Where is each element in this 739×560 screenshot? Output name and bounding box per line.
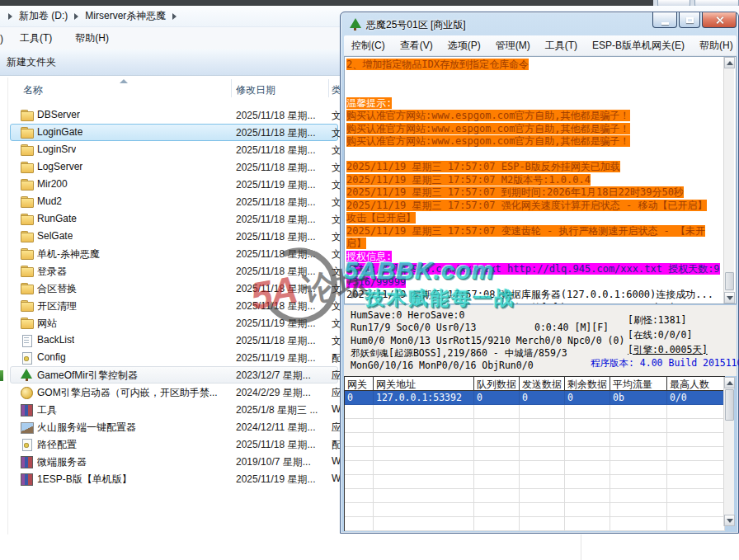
breadcrumb-arrow-icon[interactable] [172, 13, 177, 20]
log-line: 2025/11/19 星期三 17:57:07 强化网关速度计算开启状态 - 移… [346, 200, 723, 225]
maximize-button[interactable] [679, 12, 700, 28]
gateway-cell [345, 517, 374, 531]
file-modified-date: 2023/12/7 星期... [236, 369, 311, 383]
file-name: Mud2 [37, 195, 62, 207]
file-row[interactable]: BackList 2025/11/18 星期... 文 [0, 332, 340, 349]
file-name: 工具 [37, 403, 57, 417]
file-row[interactable]: 网站 2025/11/19 星期... 文 [0, 314, 340, 332]
gateway-column-header[interactable]: 网关地址 [374, 377, 474, 391]
file-name: LoginGate [37, 126, 82, 138]
log-area[interactable]: 2、增加指定物品IDX存放到指定仓库命令温馨提示:购买认准官方网站:www.es… [344, 56, 737, 304]
scroll-down-button[interactable] [724, 515, 735, 526]
rar-icon [20, 473, 33, 485]
file-row[interactable]: DBServer 2025/11/18 星期... 文 [0, 106, 340, 124]
rar-icon [20, 455, 33, 468]
new-folder-button[interactable]: 新建文件夹 [0, 52, 63, 73]
file-row[interactable]: LoginGate 2025/11/18 星期... 文 [0, 124, 340, 141]
breadcrumb-arrow-icon[interactable] [74, 13, 78, 20]
file-row[interactable]: 1ESP-B版【单机版】 2025/11/19 星期... W [0, 470, 340, 487]
gateway-cell [610, 419, 667, 433]
column-separator[interactable] [231, 79, 232, 97]
file-row[interactable]: 微端服务器 2019/10/7 星期... W [0, 453, 340, 470]
file-row[interactable]: 工具 2025/1/8 星期三 ... W [0, 401, 340, 418]
gateway-cell [667, 517, 725, 531]
file-row[interactable]: RunGate 2025/11/18 星期... 文 [0, 210, 340, 228]
scroll-up-button[interactable] [724, 377, 735, 388]
gateway-cell [374, 433, 474, 447]
file-row[interactable]: GameOfMir引擎控制器 2023/12/7 星期... 应 [0, 366, 340, 384]
app-titlebar[interactable]: 恶魔25号01区 [商业版] [341, 12, 738, 35]
app-menu-item[interactable]: 帮助(H) [692, 35, 739, 56]
table-scrollbar[interactable] [723, 377, 734, 526]
gateway-column-header[interactable]: 发送数据 [520, 377, 565, 391]
log-scrollbar[interactable] [723, 57, 734, 304]
gateway-column-header[interactable]: 队列数据 [474, 377, 520, 391]
log-line: http://dlq.945.com/xxx.txt http://dlq.94… [346, 263, 723, 289]
scrollbar-thumb[interactable] [725, 389, 734, 421]
gateway-cell [565, 517, 610, 531]
app-menu-item[interactable]: 工具(T) [538, 35, 585, 56]
scroll-down-button[interactable] [724, 292, 735, 304]
gateway-column-header[interactable]: 网关 [345, 377, 374, 391]
log-line: 购买认准官方网站:www.espgom.com官方自助,其他都是骗子！ [346, 123, 723, 136]
app-menu-item[interactable]: 控制(C) [344, 35, 393, 56]
breadcrumb-item-folder[interactable]: Mirserver杀神恶魔 [80, 9, 171, 23]
gateway-cell [565, 489, 610, 503]
gateway-column-header[interactable]: 剩余数据 [565, 377, 610, 391]
scroll-up-button[interactable] [724, 57, 735, 68]
file-row[interactable]: Mud2 2025/11/18 星期... 文 [0, 193, 340, 210]
column-header-modified[interactable]: 修改日期 [236, 83, 275, 97]
gateway-cell [520, 475, 565, 489]
file-row[interactable]: LoginSrv 2025/11/18 星期... 文 [0, 141, 340, 158]
details-pane-divider [581, 534, 581, 560]
gateway-cell [345, 503, 374, 517]
file-row[interactable]: 路径配置 2025/11/18 星期... 配 [0, 435, 340, 453]
explorer-menu-item[interactable]: 帮助(H) [64, 28, 120, 49]
file-row[interactable]: Config 2025/11/19 星期... 配 [0, 349, 340, 366]
log-line: 2025/11/19 星期三 17:57:10 游戏网关[0](127.0.0.… [346, 302, 723, 305]
gateway-cell [345, 405, 374, 419]
gateway-cell [474, 489, 520, 503]
column-header-name[interactable]: 名称 [23, 83, 43, 97]
gateway-cell [520, 433, 565, 447]
file-row[interactable]: Mir200 2025/11/19 星期... 文 [0, 176, 340, 193]
gateway-cell [345, 419, 374, 433]
folder-icon [20, 230, 33, 242]
gateway-cell [667, 419, 725, 433]
close-button[interactable] [702, 12, 737, 28]
gateway-column-header[interactable]: 最高人数 [667, 377, 725, 391]
app-menu-item[interactable]: ESP-B版单机网关(E) [585, 35, 692, 56]
app-menu-item[interactable]: 选项(P) [440, 35, 488, 56]
file-row[interactable]: 火山服务端一键配置器 2024/12/11 星期... 应 [0, 418, 340, 435]
program-version: 程序版本: 4.00 Build 20151104 [591, 357, 739, 369]
server-counters: HumSave:0 HeroSave:0 Run17/9 Soc0/0 Usr0… [351, 309, 624, 372]
scrollbar-thumb[interactable] [725, 272, 734, 290]
gateway-row[interactable]: 0127.0.0.1:533920000b0/0 [345, 391, 725, 405]
engine-days-link[interactable]: [引擎:0.0005天] [628, 342, 708, 357]
gateway-cell [520, 489, 565, 503]
file-row[interactable]: 合区替换 2025/11/18 星期... 文 [0, 280, 340, 297]
minimize-button[interactable] [652, 12, 677, 28]
breadcrumb-item-drive[interactable]: 新加卷 (D:) [14, 9, 73, 23]
file-row[interactable]: LogServer 2025/11/18 星期... 文 [0, 158, 340, 176]
file-row[interactable]: GOM引擎启动器（可内嵌，开区助手禁... 2024/2/29 星期... 应 [0, 384, 340, 401]
explorer-menu-item[interactable]: 工具(T) [8, 28, 64, 49]
app-title: 恶魔25号01区 [商业版] [366, 18, 466, 32]
explorer-top-strip [0, 0, 653, 6]
breadcrumb-arrow-icon[interactable] [8, 13, 12, 20]
column-separator[interactable] [328, 79, 329, 97]
file-row[interactable]: 单机-杀神恶魔 2025/11/18 星期... 文 [0, 245, 340, 262]
gateway-cell [374, 447, 474, 461]
file-row[interactable]: 开区清理 2025/11/18 星期... 文 [0, 297, 340, 314]
sort-ascending-icon[interactable] [120, 79, 128, 83]
app-menu-item[interactable]: 管理(M) [488, 35, 538, 56]
gateway-empty-row [345, 517, 725, 531]
file-row[interactable]: 登录器 2025/11/18 星期... 文 [0, 262, 340, 280]
gateway-column-header[interactable]: 平均流量 [610, 377, 667, 391]
gateway-cell [610, 433, 667, 447]
folder-icon [20, 247, 33, 260]
file-row[interactable]: SelGate 2025/11/18 星期... 文 [0, 228, 340, 245]
app-menu-item[interactable]: 查看(V) [393, 35, 440, 56]
arrow-up-icon [727, 61, 733, 65]
file-modified-date: 2025/11/18 星期... [236, 334, 316, 348]
